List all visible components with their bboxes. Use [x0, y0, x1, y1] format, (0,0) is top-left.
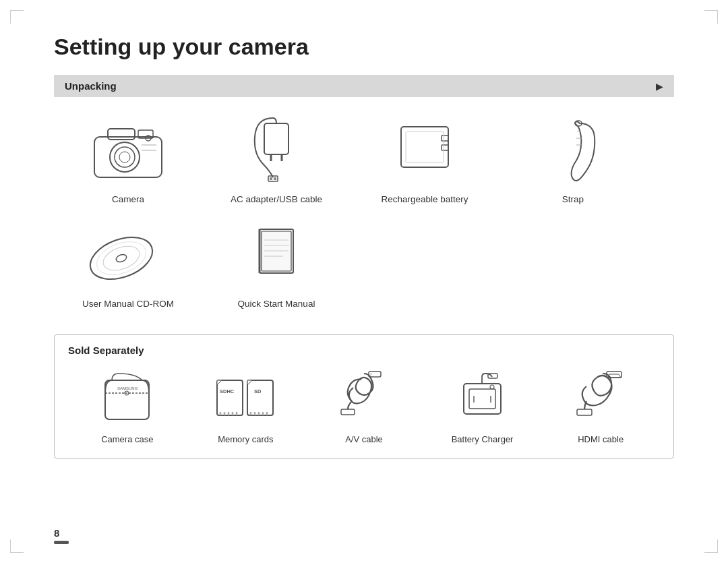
- svg-rect-13: [270, 177, 272, 180]
- svg-point-26: [100, 241, 143, 274]
- item-battery: Rechargeable battery: [351, 113, 499, 204]
- camera-case-icon: SAMSUNG: [90, 368, 164, 429]
- corner-mark-bl: [10, 539, 24, 553]
- svg-rect-19: [406, 131, 444, 162]
- sold-item-camera-case: SAMSUNG Camera case: [73, 368, 181, 444]
- sold-item-hdmi-cable: HDMI cable: [547, 368, 655, 444]
- item-manual: Quick Start Manual: [202, 218, 351, 309]
- svg-rect-47: [247, 380, 273, 415]
- unpacking-title: Unpacking: [65, 80, 117, 92]
- camera-icon: [84, 113, 172, 187]
- av-cable-icon: [327, 368, 401, 429]
- svg-point-60: [490, 385, 494, 389]
- corner-mark-tl: [10, 10, 24, 24]
- item-camera-label: Camera: [112, 194, 144, 204]
- svg-rect-14: [274, 177, 276, 180]
- unpacking-items-grid: Camera AC adap: [54, 113, 674, 316]
- item-cd-rom: User Manual CD-ROM: [54, 218, 202, 309]
- sold-item-battery-charger: Battery Charger: [429, 368, 537, 444]
- svg-rect-4: [108, 129, 135, 140]
- svg-text:SDHC: SDHC: [220, 388, 235, 394]
- sold-item-av-cable-label: A/V cable: [345, 434, 383, 444]
- section-arrow: ▶: [656, 81, 663, 92]
- svg-rect-65: [577, 409, 592, 415]
- item-cd-rom-label: User Manual CD-ROM: [82, 299, 174, 309]
- cd-rom-icon: [84, 218, 172, 292]
- item-strap: Strap: [499, 113, 647, 204]
- sold-item-camera-case-label: Camera case: [101, 434, 153, 444]
- corner-mark-br: [704, 539, 718, 553]
- manual-icon: [233, 218, 320, 292]
- page-title: Setting up your camera: [54, 34, 674, 60]
- sold-separately-section: Sold Separately SAMSUNG: [54, 334, 674, 458]
- item-manual-label: Quick Start Manual: [238, 299, 315, 309]
- sold-item-hdmi-cable-label: HDMI cable: [578, 434, 624, 444]
- item-battery-label: Rechargeable battery: [381, 194, 468, 204]
- item-strap-label: Strap: [562, 194, 584, 204]
- sold-item-av-cable: A/V cable: [310, 368, 418, 444]
- svg-rect-9: [264, 123, 289, 154]
- strap-icon: [529, 113, 617, 187]
- corner-mark-tr: [704, 10, 718, 24]
- svg-rect-17: [442, 136, 448, 141]
- item-camera: Camera: [54, 113, 202, 204]
- sold-separately-title: Sold Separately: [68, 345, 660, 356]
- page-number: 8: [54, 527, 59, 539]
- svg-point-3: [119, 152, 130, 162]
- item-ac-adapter-label: AC adapter/USB cable: [231, 194, 322, 204]
- svg-point-2: [115, 147, 135, 167]
- svg-text:SD: SD: [254, 388, 262, 394]
- svg-rect-18: [442, 145, 448, 150]
- sold-item-battery-charger-label: Battery Charger: [452, 434, 514, 444]
- svg-point-24: [84, 229, 158, 287]
- svg-text:SAMSUNG: SAMSUNG: [117, 386, 138, 390]
- sold-items-grid: SAMSUNG Camera case: [68, 368, 660, 444]
- svg-rect-58: [469, 389, 495, 409]
- svg-rect-56: [341, 409, 355, 415]
- battery-charger-icon: [446, 368, 520, 429]
- ac-adapter-icon: [233, 113, 320, 187]
- hdmi-cable-icon: [564, 368, 638, 429]
- svg-rect-40: [217, 380, 243, 415]
- page-number-bar: [54, 541, 69, 544]
- page: Setting up your camera Unpacking ▶: [0, 0, 728, 563]
- svg-point-25: [115, 254, 127, 264]
- unpacking-section-header: Unpacking ▶: [54, 75, 674, 97]
- battery-icon: [381, 113, 468, 187]
- memory-cards-icon: SDHC SD: [208, 368, 282, 429]
- svg-point-27: [92, 235, 150, 280]
- item-ac-adapter: AC adapter/USB cable: [202, 113, 351, 204]
- sold-item-memory-cards: SDHC SD: [191, 368, 299, 444]
- sold-item-memory-cards-label: Memory cards: [218, 434, 273, 444]
